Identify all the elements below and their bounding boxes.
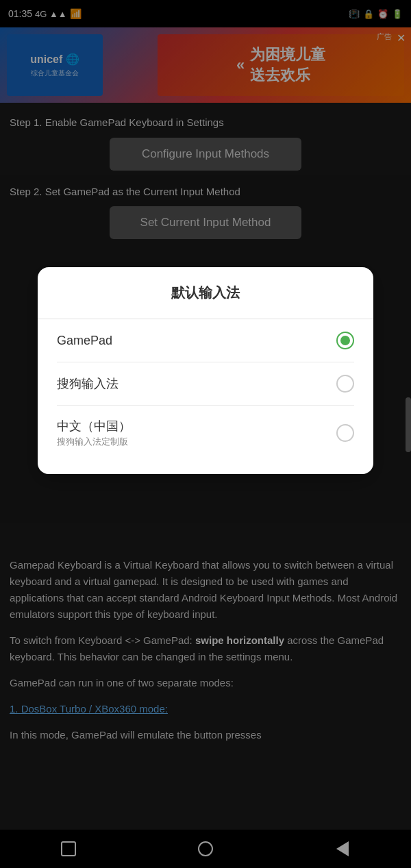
radio-option-zhongwen[interactable]: 中文（中国） 搜狗输入法定制版 bbox=[57, 406, 354, 460]
radio-option-gamepad-text: GamePad bbox=[57, 334, 112, 348]
radio-circle-gamepad[interactable] bbox=[336, 332, 354, 349]
radio-option-zhongwen-text: 中文（中国） 搜狗输入法定制版 bbox=[57, 418, 131, 448]
radio-option-gamepad[interactable]: GamePad bbox=[57, 319, 354, 362]
radio-circle-zhongwen[interactable] bbox=[336, 424, 354, 442]
zhongwen-sub-label: 搜狗输入法定制版 bbox=[57, 436, 131, 448]
radio-option-sogou-text: 搜狗输入法 bbox=[57, 375, 119, 392]
dialog-title: 默认输入法 bbox=[57, 284, 354, 302]
input-method-dialog: 默认输入法 GamePad 搜狗输入法 中文（中国） 搜狗输入法定制版 bbox=[38, 267, 373, 474]
gamepad-label: GamePad bbox=[57, 334, 112, 348]
sogou-label: 搜狗输入法 bbox=[57, 375, 119, 392]
radio-circle-sogou[interactable] bbox=[336, 375, 354, 393]
radio-option-sogou[interactable]: 搜狗输入法 bbox=[57, 362, 354, 406]
dialog-overlay: 默认输入法 GamePad 搜狗输入法 中文（中国） 搜狗输入法定制版 bbox=[0, 0, 411, 868]
zhongwen-label: 中文（中国） bbox=[57, 418, 131, 434]
